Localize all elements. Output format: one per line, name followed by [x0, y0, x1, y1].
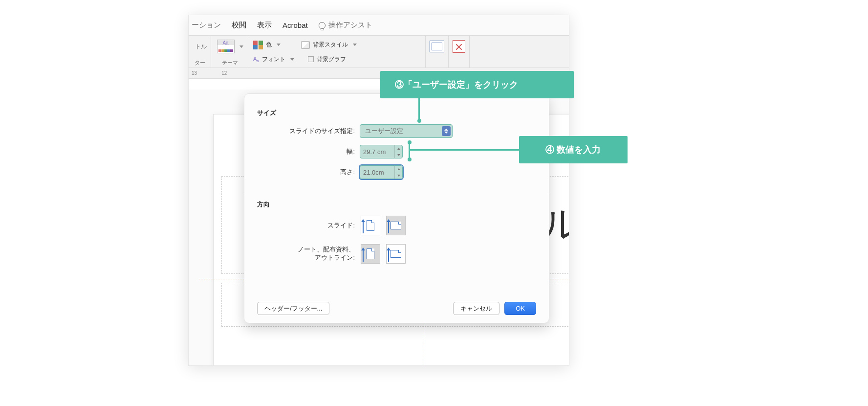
dropdown-arrows-icon	[442, 126, 451, 136]
close-master-icon[interactable]	[453, 40, 465, 53]
chevron-down-icon	[239, 45, 243, 48]
tab-prev-truncated[interactable]: ーション	[192, 21, 221, 30]
spinner-arrows-icon[interactable]	[394, 166, 402, 179]
height-spinner[interactable]	[360, 165, 403, 179]
slide-portrait-button[interactable]	[361, 216, 380, 235]
cancel-button[interactable]: キャンセル	[453, 302, 499, 315]
callout-4-connector-v	[409, 142, 410, 158]
app-window: ーション 校閲 表示 Acrobat 操作アシスト トル ター Aa テーマ 色	[188, 15, 569, 366]
theme-label: テーマ	[222, 59, 238, 67]
colors-icon[interactable]	[253, 41, 263, 49]
arrow-up-icon	[363, 222, 364, 233]
tab-bar: ーション 校閲 表示 Acrobat 操作アシスト	[189, 15, 569, 36]
lightbulb-icon	[319, 22, 326, 29]
tell-me[interactable]: 操作アシスト	[319, 21, 372, 30]
bgstyle-label[interactable]: 背景スタイル	[313, 41, 348, 49]
spinner-arrows-icon[interactable]	[394, 145, 402, 158]
section-size: サイズ	[257, 109, 536, 117]
slide-size-label: スライドのサイズ指定:	[257, 127, 355, 135]
theme-icon[interactable]: Aa	[217, 40, 235, 53]
ok-button[interactable]: OK	[504, 302, 536, 315]
height-input[interactable]	[360, 166, 394, 179]
notes-portrait-button[interactable]	[361, 244, 380, 264]
page-landscape-icon	[391, 222, 401, 229]
orient-slide-label: スライド:	[257, 221, 355, 230]
tab-acrobat[interactable]: Acrobat	[282, 21, 308, 29]
ribbon: トル ター Aa テーマ 色 背景スタイル Aa フォント 背	[189, 36, 569, 68]
tell-me-label: 操作アシスト	[328, 21, 372, 30]
slide-size-dialog: サイズ スライドのサイズ指定: ユーザー設定 幅: 高さ: 方向 スライド	[244, 93, 549, 323]
tab-view[interactable]: 表示	[257, 21, 272, 30]
width-input[interactable]	[360, 145, 394, 158]
arrow-up-icon	[388, 250, 389, 262]
slide-landscape-button[interactable]	[386, 216, 406, 235]
chevron-down-icon	[277, 44, 281, 46]
callout-3: ③「ユーザー設定」をクリック	[380, 71, 574, 98]
height-label: 高さ:	[257, 168, 355, 177]
arrow-up-icon	[388, 222, 389, 233]
bg-graph-label[interactable]: 背景グラフ	[317, 55, 346, 64]
callout-4-connector-h	[410, 149, 519, 151]
bgstyle-icon[interactable]	[301, 41, 310, 49]
page-portrait-icon	[367, 220, 374, 231]
callout-4-dot-bottom	[408, 158, 412, 161]
tab-review[interactable]: 校閲	[232, 21, 246, 30]
arrow-up-icon	[363, 250, 364, 262]
slide-size-value: ユーザー設定	[365, 127, 403, 135]
section-orientation: 方向	[257, 200, 536, 209]
callout-3-connector	[418, 98, 420, 120]
callout-3-dot	[417, 119, 421, 123]
ribbon-left-trunc: トル	[193, 38, 207, 55]
slide-size-dropdown[interactable]: ユーザー設定	[360, 124, 453, 138]
notes-landscape-button[interactable]	[386, 244, 406, 264]
callout-4-dot-top	[408, 140, 412, 144]
callout-4-text: ④ 数値を入力	[545, 144, 601, 156]
callout-3-text: ③「ユーザー設定」をクリック	[395, 79, 518, 90]
chevron-down-icon	[290, 58, 294, 61]
slide-size-icon[interactable]	[430, 41, 444, 52]
orient-notes-label: ノート、配布資料、 アウトライン:	[257, 246, 355, 262]
width-spinner[interactable]	[360, 145, 403, 158]
callout-4: ④ 数値を入力	[519, 136, 628, 163]
chevron-down-icon	[353, 44, 357, 46]
page-portrait-icon	[367, 248, 374, 259]
page-landscape-icon	[391, 250, 401, 258]
ruler-mark-13: 13	[192, 70, 197, 76]
ribbon-left-label: ター	[195, 59, 205, 67]
separator	[244, 192, 549, 192]
colors-label[interactable]: 色	[266, 41, 272, 49]
header-footer-button[interactable]: ヘッダー/フッター...	[257, 302, 329, 315]
width-label: 幅:	[257, 147, 355, 156]
ruler-mark-12: 12	[221, 70, 227, 76]
fonts-label[interactable]: フォント	[262, 55, 285, 64]
